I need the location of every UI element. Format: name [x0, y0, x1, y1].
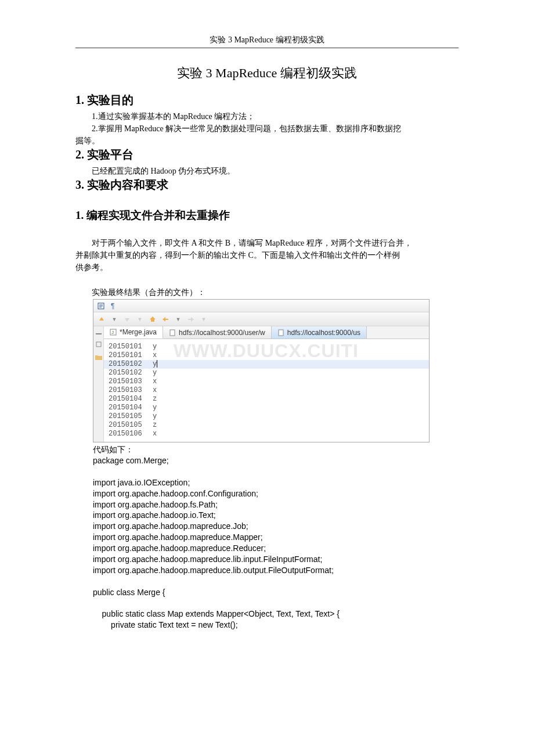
forward-arrow-icon[interactable] — [186, 315, 196, 324]
editor-row-highlighted: 20150102y — [104, 360, 429, 369]
section1-line1: 1.通过实验掌握基本的 MapReduce 编程方法； — [75, 110, 459, 123]
up-arrow-icon[interactable] — [97, 315, 106, 324]
section-heading-3: 3. 实验内容和要求 — [75, 177, 459, 193]
section1-line2: 2.掌握用 MapReduce 解决一些常见的数据处理问题，包括数据去重、数据排… — [75, 123, 459, 135]
section2-line1: 已经配置完成的 Hadoop 伪分布式环境。 — [75, 165, 459, 177]
sub1-para-l2: 并剔除其中重复的内容，得到一个新的输出文件 C。下面是输入文件和输出文件的一个样… — [75, 249, 459, 261]
section-heading-2: 2. 实验平台 — [75, 147, 459, 163]
content-wrapper: 实验 3 MapReduce 编程初级实践 1. 实验目的 1.通过实验掌握基本… — [75, 48, 459, 631]
pilcrow-icon[interactable]: ¶ — [110, 302, 118, 310]
code-line: import java.io.IOException; — [93, 478, 190, 487]
code-line: import org.apache.hadoop.mapreduce.Mappe… — [93, 532, 263, 542]
editor-row: 20150103x — [104, 386, 429, 395]
tab-hdfs-1[interactable]: hdfs://localhost:9000/user/w — [163, 326, 272, 339]
editor-row: 20150101x — [104, 351, 429, 360]
ide-toolbar-row1: ¶ — [93, 300, 429, 312]
section1-line3: 掘等。 — [75, 135, 459, 147]
editor-row: 20150104y — [104, 404, 429, 412]
page-header: 实验 3 MapReduce 编程初级实践 — [75, 0, 459, 48]
code-line: import org.apache.hadoop.mapreduce.Job; — [93, 521, 248, 531]
code-line: public class Merge { — [93, 588, 165, 597]
editor-row: 20150103x — [104, 377, 429, 386]
minimize-icon[interactable] — [95, 330, 103, 338]
code-line: import org.apache.hadoop.io.Text; — [93, 510, 216, 520]
page-title: 实验 3 MapReduce 编程初级实践 — [75, 64, 459, 82]
dropdown-icon[interactable]: ▼ — [110, 315, 119, 324]
dropdown-icon-3[interactable]: ▼ — [174, 315, 183, 324]
word-wrap-icon[interactable] — [97, 302, 105, 310]
editor-row: 20150102y — [104, 369, 429, 377]
code-line: public static class Map extends Mapper<O… — [93, 609, 340, 618]
code-line: private static Text text = new Text(); — [93, 620, 238, 629]
code-label: 代码如下： — [93, 445, 459, 455]
svg-rect-9 — [170, 330, 175, 336]
file-icon — [169, 329, 176, 336]
svg-text:J: J — [111, 330, 114, 335]
editor-row: 20150104z — [104, 395, 429, 404]
tab-label: hdfs://localhost:9000/user/w — [179, 329, 265, 337]
tab-hdfs-2[interactable]: hdfs://localhost:9000/us — [272, 326, 367, 339]
java-file-icon: J — [110, 329, 117, 336]
text-cursor — [157, 360, 157, 368]
sub1-para-l3: 供参考。 — [75, 261, 459, 273]
file-icon — [277, 329, 284, 336]
restore-icon[interactable] — [95, 340, 103, 348]
back-arrow-icon[interactable] — [161, 315, 170, 324]
down-arrow-icon[interactable] — [122, 315, 132, 324]
editor-row: 20150105y — [104, 412, 429, 421]
editor-row: 20150101y — [104, 343, 429, 351]
code-line: import org.apache.hadoop.fs.Path; — [93, 500, 218, 509]
ide-screenshot: ¶ ▼ ▼ ▼ ▼ — [93, 299, 430, 442]
folder-icon[interactable] — [95, 353, 103, 361]
section-heading-1: 1. 实验目的 — [75, 92, 459, 108]
ide-toolbar-row2: ▼ ▼ ▼ ▼ — [93, 312, 429, 326]
tab-row: J *Merge.java hdfs://localhost:9000/user… — [104, 326, 429, 339]
home-icon[interactable] — [148, 315, 157, 324]
editor-area[interactable]: WWW.DUUCX.CUITI 20150101y 20150101x 2015… — [104, 339, 429, 442]
editor-row: 20150106x — [104, 430, 429, 438]
code-line: import org.apache.hadoop.conf.Configurat… — [93, 489, 258, 498]
svg-rect-6 — [96, 342, 101, 347]
code-line: import org.apache.hadoop.mapreduce.Reduc… — [93, 543, 266, 553]
svg-rect-5 — [96, 333, 102, 334]
sub1-para-l1: 对于两个输入文件，即文件 A 和文件 B，请编写 MapReduce 程序，对两… — [75, 237, 459, 249]
code-line: import org.apache.hadoop.mapreduce.lib.o… — [93, 566, 334, 575]
tab-label: *Merge.java — [120, 328, 157, 336]
subsection-heading-1: 1. 编程实现文件合并和去重操作 — [75, 208, 459, 223]
tab-label: hdfs://localhost:9000/us — [287, 329, 360, 337]
code-line: import org.apache.hadoop.mapreduce.lib.i… — [93, 555, 322, 564]
result-label: 实验最终结果（合并的文件）： — [75, 287, 459, 298]
code-block: package com.Merge; import java.io.IOExce… — [93, 455, 459, 631]
dropdown-icon-4[interactable]: ▼ — [199, 315, 208, 324]
ide-main: J *Merge.java hdfs://localhost:9000/user… — [104, 326, 429, 442]
dropdown-icon-2[interactable]: ▼ — [135, 315, 145, 324]
ide-gutter — [93, 326, 104, 442]
editor-row: 20150105z — [104, 421, 429, 430]
svg-text:¶: ¶ — [111, 303, 114, 309]
tab-merge-java[interactable]: J *Merge.java — [104, 326, 163, 339]
ide-body: J *Merge.java hdfs://localhost:9000/user… — [93, 326, 429, 442]
svg-rect-10 — [279, 330, 283, 336]
code-line: package com.Merge; — [93, 456, 169, 465]
